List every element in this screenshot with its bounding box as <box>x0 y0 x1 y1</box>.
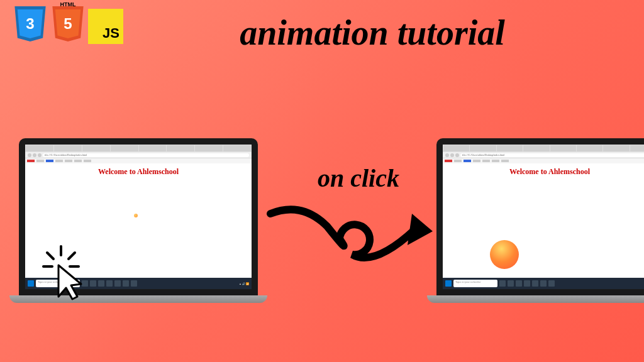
windows-taskbar: Tapez ici pour rechercher ▲ 🔊 📶 <box>443 278 644 289</box>
browser-tab <box>139 145 167 151</box>
bookmark-item <box>74 160 82 162</box>
page-heading: Welcome to Ahlemschool <box>25 167 252 177</box>
js-badge: JS <box>88 9 123 44</box>
browser-tab <box>167 145 194 151</box>
bookmark-item <box>46 160 53 162</box>
laptop-base <box>427 295 644 303</box>
browser-tabs <box>25 145 252 152</box>
taskbar-icon <box>98 280 104 287</box>
curly-arrow-icon <box>264 195 440 289</box>
html5-number: 5 <box>53 9 82 38</box>
bookmark-item <box>473 160 480 162</box>
reload-icon <box>38 153 42 157</box>
windows-start-icon <box>28 280 34 287</box>
ball-large-icon <box>490 240 519 269</box>
address-bar: file:///C:/Users/ahlem/Desktop/index.htm… <box>443 152 644 158</box>
url-field: file:///C:/Users/ahlem/Desktop/index.htm… <box>460 153 644 157</box>
browser-tab <box>111 145 138 151</box>
browser-window-after: file:///C:/Users/ahlem/Desktop/index.htm… <box>443 145 644 289</box>
tech-badges: 3 HTML 5 JS <box>13 6 126 47</box>
taskbar-icon <box>524 280 530 287</box>
laptop-after: file:///C:/Users/ahlem/Desktop/index.htm… <box>436 138 644 303</box>
browser-tab <box>443 145 469 151</box>
html5-badge: HTML 5 <box>50 6 86 47</box>
on-click-label: on click <box>318 163 399 193</box>
taskbar-icon <box>123 280 129 287</box>
taskbar-icon <box>508 280 514 287</box>
bookmarks-bar <box>25 158 252 163</box>
browser-tab <box>195 145 223 151</box>
browser-tab <box>603 145 629 151</box>
taskbar-icon <box>532 280 538 287</box>
bookmark-item <box>492 160 499 162</box>
browser-tab <box>577 145 602 151</box>
browser-tab <box>523 145 549 151</box>
taskbar-icon <box>516 280 522 287</box>
nav-back-icon <box>28 153 31 157</box>
nav-forward-icon <box>33 153 36 157</box>
laptop-screen-after: file:///C:/Users/ahlem/Desktop/index.htm… <box>436 138 644 295</box>
bookmark-item <box>445 160 452 162</box>
url-field: file:///C:/Users/ahlem/Desktop/index.htm… <box>43 153 249 157</box>
nav-forward-icon <box>450 153 454 157</box>
svg-line-2 <box>69 253 75 259</box>
taskbar-icon <box>106 280 113 287</box>
bookmark-item <box>84 160 91 162</box>
bookmark-item <box>36 160 44 162</box>
browser-tab <box>550 145 576 151</box>
windows-start-icon <box>445 280 452 287</box>
address-bar: file:///C:/Users/ahlem/Desktop/index.htm… <box>25 152 252 158</box>
bookmark-item <box>27 160 35 162</box>
browser-tab <box>54 145 82 151</box>
bookmarks-bar <box>443 158 644 163</box>
js-label-text: JS <box>103 25 119 41</box>
cursor-click-icon <box>41 245 91 302</box>
browser-tab <box>26 145 53 151</box>
taskbar-search: Tapez ici pour rechercher <box>453 280 497 287</box>
css3-number: 3 <box>16 9 45 38</box>
main-title: animation tutorial <box>126 13 619 53</box>
bookmark-item <box>464 160 471 162</box>
reload-icon <box>455 153 459 157</box>
taskbar-icon <box>540 280 547 287</box>
browser-tab <box>470 145 496 151</box>
page-content-after: Welcome to Ahlemschool <box>443 163 644 275</box>
svg-line-1 <box>47 253 53 259</box>
taskbar-icon <box>114 280 121 287</box>
css3-badge: 3 <box>13 6 48 47</box>
taskbar-icon <box>548 280 555 287</box>
browser-tab <box>82 145 110 151</box>
bookmark-item <box>501 160 509 162</box>
bookmark-item <box>454 160 462 162</box>
browser-tabs <box>443 145 644 152</box>
bookmark-item <box>65 160 72 162</box>
browser-tab <box>497 145 523 151</box>
taskbar-icon <box>499 280 506 287</box>
ball-small-icon <box>134 214 138 217</box>
bookmark-item <box>55 160 63 162</box>
browser-tab <box>223 145 251 151</box>
system-tray: ▲ 🔊 📶 <box>239 282 249 285</box>
nav-back-icon <box>445 153 449 157</box>
browser-tab <box>630 145 644 151</box>
taskbar-icon <box>131 280 137 287</box>
bookmark-item <box>482 160 490 162</box>
page-heading: Welcome to Ahlemschool <box>443 167 644 177</box>
